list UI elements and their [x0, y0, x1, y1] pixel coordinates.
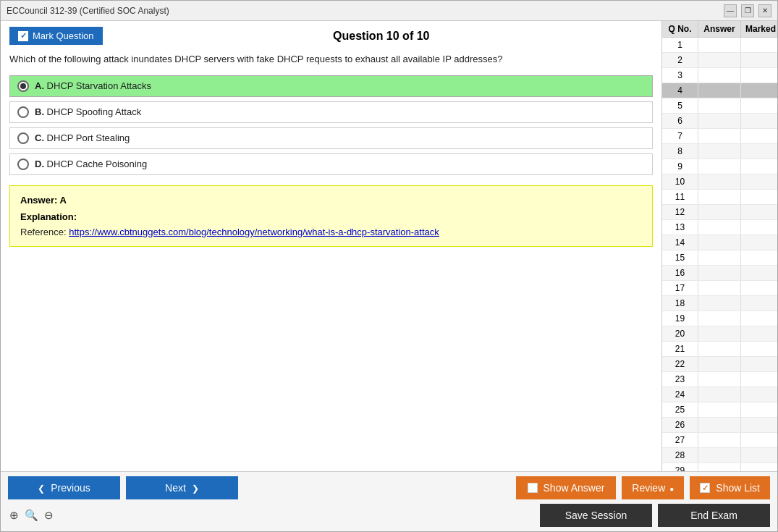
cell-marked — [741, 266, 777, 280]
table-row[interactable]: 4 — [662, 83, 777, 98]
show-list-button[interactable]: Show List — [690, 476, 770, 499]
chevron-right-icon — [192, 482, 199, 494]
reference-line: Reference: https://www.cbtnuggets.com/bl… — [20, 227, 642, 237]
table-row[interactable]: 20 — [662, 326, 777, 342]
minimize-button[interactable]: — — [724, 4, 737, 17]
cell-qno: 3 — [662, 68, 698, 83]
table-row[interactable]: 17 — [662, 281, 777, 296]
option-c-label: C. DHCP Port Stealing — [35, 132, 130, 143]
table-row[interactable]: 27 — [662, 433, 777, 448]
table-row[interactable]: 14 — [662, 235, 777, 250]
cell-marked — [741, 418, 777, 432]
col-header-qno: Q No. — [662, 21, 698, 37]
cell-qno: 24 — [662, 387, 698, 402]
option-b-label: B. DHCP Spoofing Attack — [35, 106, 141, 117]
table-row[interactable]: 6 — [662, 114, 777, 129]
cell-qno: 9 — [662, 159, 698, 174]
side-panel-header: Q No. Answer Marked — [662, 21, 777, 38]
table-row[interactable]: 9 — [662, 159, 777, 174]
end-exam-button[interactable]: End Exam — [658, 504, 770, 527]
table-row[interactable]: 2 — [662, 53, 777, 68]
end-exam-label: End Exam — [690, 510, 737, 521]
table-row[interactable]: 22 — [662, 357, 777, 372]
table-row[interactable]: 11 — [662, 190, 777, 205]
table-row[interactable]: 18 — [662, 296, 777, 311]
cell-marked — [741, 159, 777, 174]
cell-qno: 18 — [662, 296, 698, 311]
save-session-label: Save Session — [565, 510, 627, 521]
cell-answer — [698, 387, 741, 402]
cell-marked — [741, 281, 777, 295]
radio-d — [17, 159, 29, 170]
show-list-checkbox-icon — [700, 483, 710, 493]
mark-checkbox-icon — [18, 31, 28, 41]
cell-qno: 4 — [662, 83, 698, 98]
cell-marked — [741, 387, 777, 402]
review-label: Review — [632, 482, 665, 494]
mark-question-button[interactable]: Mark Question — [9, 27, 103, 45]
cell-answer — [698, 250, 741, 265]
cell-answer — [698, 68, 741, 83]
cell-marked — [741, 433, 777, 447]
table-row[interactable]: 21 — [662, 342, 777, 357]
cell-answer — [698, 342, 741, 356]
table-row[interactable]: 1 — [662, 38, 777, 53]
cell-answer — [698, 205, 741, 219]
cell-answer — [698, 311, 741, 326]
table-row[interactable]: 10 — [662, 174, 777, 190]
cell-qno: 25 — [662, 402, 698, 417]
cell-qno: 23 — [662, 372, 698, 387]
option-b[interactable]: B. DHCP Spoofing Attack — [9, 101, 653, 123]
table-row[interactable]: 25 — [662, 402, 777, 418]
cell-qno: 15 — [662, 250, 698, 265]
table-row[interactable]: 3 — [662, 68, 777, 83]
option-d[interactable]: D. DHCP Cache Poisoning — [9, 153, 653, 175]
save-session-button[interactable]: Save Session — [540, 504, 652, 527]
cell-answer — [698, 235, 741, 250]
table-row[interactable]: 5 — [662, 98, 777, 114]
radio-a — [17, 80, 29, 92]
table-row[interactable]: 8 — [662, 144, 777, 159]
cell-answer — [698, 402, 741, 417]
cell-qno: 27 — [662, 433, 698, 447]
cell-marked — [741, 205, 777, 219]
option-d-label: D. DHCP Cache Poisoning — [35, 159, 147, 169]
side-panel-body[interactable]: 1 2 3 4 5 6 7 8 — [662, 38, 777, 471]
table-row[interactable]: 13 — [662, 220, 777, 235]
table-row[interactable]: 28 — [662, 448, 777, 463]
show-answer-label: Show Answer — [544, 482, 605, 494]
table-row[interactable]: 12 — [662, 205, 777, 220]
restore-button[interactable]: ❐ — [741, 4, 754, 17]
reference-link[interactable]: https://www.cbtnuggets.com/blog/technolo… — [69, 227, 439, 237]
table-row[interactable]: 29 — [662, 463, 777, 471]
option-a[interactable]: A. DHCP Starvation Attacks — [9, 75, 653, 97]
close-button[interactable]: ✕ — [758, 4, 771, 17]
cell-qno: 22 — [662, 357, 698, 371]
next-button[interactable]: Next — [126, 476, 238, 499]
cell-answer — [698, 129, 741, 143]
table-row[interactable]: 24 — [662, 387, 777, 402]
show-answer-button[interactable]: Show Answer — [516, 476, 617, 499]
table-row[interactable]: 7 — [662, 129, 777, 144]
window-title: ECCouncil 312-39 (Certified SOC Analyst) — [7, 6, 169, 16]
zoom-reset-button[interactable]: 🔍 — [23, 507, 40, 523]
zoom-out-button[interactable]: ⊖ — [43, 507, 55, 523]
table-row[interactable]: 23 — [662, 372, 777, 387]
cell-marked — [741, 190, 777, 204]
cell-answer — [698, 418, 741, 432]
footer-row2: ⊕ 🔍 ⊖ Save Session End Exam — [8, 504, 770, 527]
options-list: A. DHCP Starvation Attacks B. DHCP Spoof… — [9, 75, 653, 175]
table-row[interactable]: 16 — [662, 266, 777, 281]
radio-c — [17, 132, 29, 144]
answer-box: Answer: A Explanation: Reference: https:… — [9, 185, 653, 247]
review-button[interactable]: Review — [622, 476, 684, 499]
reference-prefix: Reference: — [20, 227, 69, 237]
option-c[interactable]: C. DHCP Port Stealing — [9, 127, 653, 149]
previous-button[interactable]: Previous — [8, 476, 120, 499]
table-row[interactable]: 19 — [662, 311, 777, 326]
table-row[interactable]: 26 — [662, 418, 777, 433]
cell-marked — [741, 68, 777, 83]
cell-qno: 13 — [662, 220, 698, 235]
table-row[interactable]: 15 — [662, 250, 777, 266]
zoom-in-button[interactable]: ⊕ — [8, 507, 20, 523]
